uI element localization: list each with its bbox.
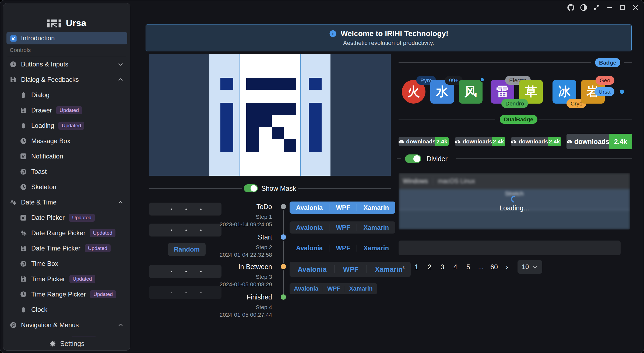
sidebar-item-label: Date Time Picker: [31, 245, 80, 252]
sidebar-item-time-range-picker[interactable]: Time Range PickerUpdated: [6, 288, 127, 301]
titlebar-theme-icon[interactable]: [580, 3, 588, 12]
pagination-page-size-select[interactable]: 10: [518, 260, 542, 274]
sidebar-item-date-range-picker[interactable]: Date Range PickerUpdated: [6, 227, 127, 239]
group-button-avalonia[interactable]: Avalonia: [290, 283, 323, 294]
sidebar-item-notification[interactable]: Notification: [6, 150, 127, 163]
step-date: 2023-01-14 09:24:05: [186, 221, 272, 228]
downloads-badge-label: downloads: [399, 137, 435, 146]
downloads-badge-value: 2.4k: [609, 134, 632, 149]
updated-badge: Updated: [85, 244, 111, 252]
sidebar-item-date-time-picker[interactable]: Date Time PickerUpdated: [6, 242, 127, 255]
group-button-xamarin[interactable]: Xamarin: [357, 202, 395, 214]
pagination-next-button[interactable]: ›: [501, 260, 513, 274]
tab-macos-linux[interactable]: macOS Linux: [438, 178, 475, 185]
group-button-avalonia[interactable]: Avalonia: [290, 242, 329, 254]
titlebar-expand-icon[interactable]: [593, 3, 601, 12]
sidebar-item-date-picker[interactable]: Date PickerUpdated: [6, 211, 127, 224]
button-group-dark-lg: AvaloniaWPFXamarin: [290, 262, 411, 277]
step-number: Step 4: [186, 304, 272, 310]
step-number: Step 1: [186, 214, 272, 220]
show-mask-toggle[interactable]: [244, 184, 258, 192]
text-input[interactable]: [399, 241, 621, 255]
pagination-page-5[interactable]: 5: [463, 260, 474, 274]
tab-windows[interactable]: Windows: [403, 178, 428, 185]
titlebar-minimize-icon[interactable]: [606, 3, 614, 12]
sidebar-item-time-box[interactable]: Time Box: [6, 257, 127, 270]
pagination-page-2[interactable]: 2: [424, 260, 435, 274]
updated-badge: Updated: [90, 229, 115, 237]
updated-badge: Updated: [69, 275, 95, 283]
arrow-square-icon: [20, 153, 27, 160]
button-group-ghost: AvaloniaWPFXamarin: [290, 242, 395, 254]
battery-icon: [20, 122, 27, 129]
step-date: 2024-01-05 00:08:29: [186, 281, 272, 288]
titlebar-maximize-icon[interactable]: [618, 3, 627, 12]
group-button-xamarin[interactable]: Xamarin: [357, 242, 395, 254]
group-button-wpf[interactable]: WPF: [329, 242, 357, 254]
sidebar-item-label: Toast: [31, 168, 47, 175]
pagination-page-4[interactable]: 4: [450, 260, 461, 274]
titlebar-close-icon[interactable]: [631, 3, 639, 12]
sidebar-item-clock[interactable]: Clock: [6, 303, 127, 316]
pagination-prev-button[interactable]: ‹: [398, 260, 409, 274]
downloads-badge-value: 2.4k: [548, 137, 561, 146]
sidebar-item-label: Time Picker: [31, 275, 65, 283]
sidebar-item-toast[interactable]: Toast: [6, 165, 127, 178]
pagination-page-60[interactable]: 60: [488, 260, 500, 274]
clock-icon: [20, 183, 27, 190]
step-connector: [283, 210, 284, 234]
downloads-badge-value: 2.4k: [435, 137, 449, 146]
sidebar-item-buttons-inputs[interactable]: Buttons & Inputs: [6, 58, 127, 70]
music-icon: [20, 168, 27, 175]
sidebar-item-drawer[interactable]: DrawerUpdated: [6, 104, 127, 117]
group-button-wpf[interactable]: WPF: [335, 262, 367, 277]
app-logo: Ursa: [3, 17, 130, 29]
trees-icon: [10, 199, 17, 206]
sidebar-item-navigation-menus[interactable]: Navigation & Menus: [6, 319, 127, 331]
pagination-page-3[interactable]: 3: [437, 260, 448, 274]
sidebar-item-dialog[interactable]: Dialog: [6, 89, 127, 101]
sidebar-item-loading[interactable]: LoadingUpdated: [6, 119, 127, 132]
floppy-icon: [20, 276, 27, 283]
settings-button[interactable]: Settings: [3, 337, 130, 350]
cloud-download-icon: [511, 139, 516, 144]
updated-badge: Updated: [90, 290, 116, 298]
group-button-avalonia[interactable]: Avalonia: [290, 221, 329, 234]
step-dot: [281, 234, 286, 240]
updated-badge: Updated: [56, 106, 82, 114]
skeleton-dot: [171, 230, 172, 231]
group-button-xamarin[interactable]: Xamarin: [357, 221, 395, 234]
sidebar-item-skeleton[interactable]: Skeleton: [6, 181, 127, 193]
sidebar-item-label: Date Range Picker: [31, 229, 85, 237]
battery-icon: [20, 91, 27, 98]
app-title: Ursa: [66, 18, 86, 28]
sidebar-item-label: Loading: [31, 122, 54, 129]
clock-icon: [20, 291, 27, 298]
show-mask-label: Show Mask: [261, 185, 296, 192]
divider-toggle[interactable]: [405, 154, 421, 163]
sidebar-item-time-picker[interactable]: Time PickerUpdated: [6, 273, 127, 285]
app-window: Ursa IntroductionControlsButtons & Input…: [0, 0, 644, 353]
group-button-avalonia[interactable]: Avalonia: [290, 202, 329, 214]
sidebar-item-dialog-feedbacks[interactable]: Dialog & Feedbacks: [6, 73, 127, 86]
sidebar-item-introduction[interactable]: Introduction: [6, 32, 127, 44]
titlebar-github-icon[interactable]: [567, 3, 575, 12]
sidebar-item-date-time[interactable]: Date & Time: [6, 196, 127, 209]
group-button-wpf[interactable]: WPF: [329, 221, 357, 234]
group-button-wpf[interactable]: WPF: [323, 283, 345, 294]
button-group-solid: AvaloniaWPFXamarin: [290, 202, 395, 214]
cloud-download-icon: [455, 139, 460, 144]
floppy-icon: [20, 245, 27, 252]
pagination-page-1[interactable]: 1: [411, 260, 422, 274]
step-date: 2024-01-05 00:27:44: [186, 312, 272, 318]
group-button-avalonia[interactable]: Avalonia: [290, 262, 335, 277]
downloads-badge: downloads2.4k: [455, 137, 505, 146]
music-icon: [10, 322, 17, 329]
sidebar-item-message-box[interactable]: Message Box: [6, 135, 127, 147]
clock-icon: [10, 61, 17, 68]
sidebar-section-label: Controls: [10, 47, 31, 53]
downloads-badge-label: downloads: [455, 137, 492, 146]
group-button-wpf[interactable]: WPF: [329, 202, 357, 214]
mask-guide-line: [300, 54, 301, 176]
group-button-xamarin[interactable]: Xamarin: [345, 283, 377, 294]
